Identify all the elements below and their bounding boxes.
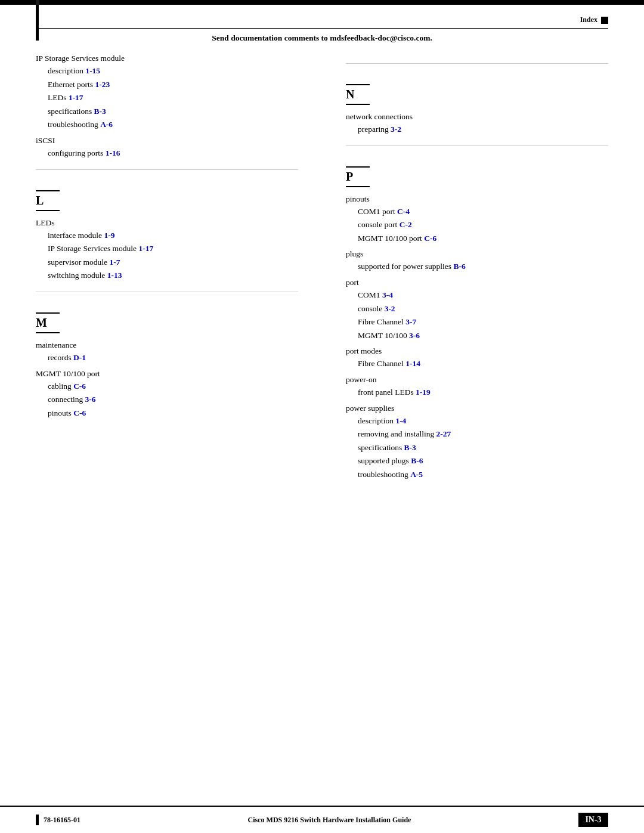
entry-sub-config-ports: configuring ports 1-16: [36, 147, 298, 160]
entry-sub-cabling: cabling C-6: [36, 380, 298, 393]
link-1-4[interactable]: 1-4: [395, 416, 406, 425]
link-b-3-ip[interactable]: B-3: [94, 107, 106, 116]
section-header-p: P: [346, 156, 608, 194]
link-1-17-ip[interactable]: 1-17: [69, 93, 83, 102]
top-bar-accent: [36, 0, 39, 5]
divider-n: [346, 63, 608, 64]
entry-main-power-on: power-on: [346, 375, 608, 385]
link-1-14[interactable]: 1-14: [405, 359, 420, 368]
entry-group-power-supplies: power supplies description 1-4 removing …: [346, 404, 608, 481]
entry-sub-troubleshoot-ip: troubleshooting A-6: [36, 118, 298, 131]
entry-sub-pinouts-mgmt: pinouts C-6: [36, 407, 298, 420]
entry-sub-mgmt-port-pinout: MGMT 10/100 port C-6: [346, 232, 608, 245]
entry-main-network: network connections: [346, 112, 608, 122]
entry-main-ip-storage: IP Storage Services module: [36, 54, 298, 63]
entry-main-pinouts: pinouts: [346, 194, 608, 204]
entry-sub-supported-plugs: supported for power supplies B-6: [346, 260, 608, 273]
divider-m: [36, 292, 298, 292]
entry-sub-com1-port2: COM1 3-4: [346, 289, 608, 302]
entry-sub-console-port2: console 3-2: [346, 302, 608, 315]
link-d-1[interactable]: D-1: [73, 353, 86, 362]
link-3-4[interactable]: 3-4: [382, 290, 393, 299]
entry-group-maintenance: maintenance records D-1: [36, 340, 298, 364]
entry-main-plugs: plugs: [346, 249, 608, 259]
entry-main-port-modes: port modes: [346, 346, 608, 356]
entry-sub-connecting: connecting 3-6: [36, 393, 298, 406]
content-area: IP Storage Services module description 1…: [0, 54, 644, 486]
entry-sub-leds-ip: LEDs 1-17: [36, 91, 298, 104]
entry-main-maintenance: maintenance: [36, 340, 298, 350]
entry-group-iscsi: iSCSI configuring ports 1-16: [36, 136, 298, 160]
page-container: Index Send documentation comments to mds…: [0, 0, 644, 833]
entry-group-port: port COM1 3-4 console 3-2 Fibre Channel …: [346, 278, 608, 342]
section-letter-l: L: [36, 190, 60, 211]
section-header-n: N: [346, 73, 608, 112]
entry-group-leds: LEDs interface module 1-9 IP Storage Ser…: [36, 218, 298, 282]
footer-center-text: Cisco MDS 9216 Switch Hardware Installat…: [248, 816, 411, 824]
entry-main-leds: LEDs: [36, 218, 298, 228]
link-1-23[interactable]: 1-23: [95, 80, 110, 89]
link-3-7[interactable]: 3-7: [405, 317, 416, 326]
entry-sub-switching: switching module 1-13: [36, 269, 298, 282]
section-letter-n: N: [346, 84, 370, 105]
link-3-6-connecting[interactable]: 3-6: [85, 395, 96, 404]
entry-sub-com1-port: COM1 port C-4: [346, 205, 608, 218]
entry-main-power-supplies: power supplies: [346, 404, 608, 413]
link-2-27[interactable]: 2-27: [436, 429, 451, 438]
link-1-13[interactable]: 1-13: [107, 271, 122, 280]
link-c-4[interactable]: C-4: [397, 207, 410, 216]
link-b-6-ps[interactable]: B-6: [411, 456, 423, 465]
link-c-2-console[interactable]: C-2: [400, 220, 412, 229]
link-3-2-preparing[interactable]: 3-2: [391, 125, 401, 134]
link-1-16[interactable]: 1-16: [106, 148, 120, 157]
link-c-6-mgmt[interactable]: C-6: [424, 234, 436, 243]
footer-right: IN-3: [578, 813, 608, 827]
divider-p: [346, 145, 608, 146]
right-column: N network connections preparing 3-2 P pi…: [334, 54, 608, 486]
index-square: [601, 17, 608, 24]
section-header-m: M: [36, 302, 298, 340]
link-b-6-plugs[interactable]: B-6: [453, 262, 465, 271]
link-1-9[interactable]: 1-9: [104, 231, 114, 240]
entry-main-port: port: [346, 278, 608, 287]
entry-group-port-modes: port modes Fibre Channel 1-14: [346, 346, 608, 370]
entry-sub-records: records D-1: [36, 351, 298, 364]
entry-group-ip-storage: IP Storage Services module description 1…: [36, 54, 298, 131]
entry-group-plugs: plugs supported for power supplies B-6: [346, 249, 608, 273]
entry-sub-mgmt-port2: MGMT 10/100 3-6: [346, 329, 608, 342]
section-header-l: L: [36, 179, 298, 218]
link-c-6-cabling[interactable]: C-6: [73, 382, 86, 391]
entry-group-power-on: power-on front panel LEDs 1-19: [346, 375, 608, 399]
link-a-5[interactable]: A-5: [410, 470, 423, 479]
entry-sub-removing-installing: removing and installing 2-27: [346, 428, 608, 441]
entry-sub-description-ps: description 1-4: [346, 414, 608, 428]
link-1-19[interactable]: 1-19: [416, 388, 431, 397]
entry-sub-ethernet: Ethernet ports 1-23: [36, 78, 298, 91]
link-c-6-pinouts[interactable]: C-6: [73, 408, 86, 417]
entry-sub-specs-ps: specifications B-3: [346, 441, 608, 454]
link-3-2-console[interactable]: 3-2: [385, 304, 395, 313]
link-1-15[interactable]: 1-15: [85, 66, 100, 75]
left-column: IP Storage Services module description 1…: [36, 54, 310, 486]
entry-sub-ip-storage-module: IP Storage Services module 1-17: [36, 242, 298, 255]
entry-sub-preparing: preparing 3-2: [346, 123, 608, 136]
entry-main-iscsi: iSCSI: [36, 136, 298, 145]
entry-group-network: network connections preparing 3-2: [346, 112, 608, 136]
link-1-17-leds[interactable]: 1-17: [138, 244, 153, 253]
footer-left: 78-16165-01: [36, 815, 80, 825]
link-3-6-mgmt[interactable]: 3-6: [409, 331, 420, 340]
index-text: Index: [580, 16, 597, 24]
entry-sub-interface: interface module 1-9: [36, 229, 298, 242]
page-number: IN-3: [585, 815, 601, 824]
header-area: Index Send documentation comments to mds…: [0, 5, 644, 43]
link-b-3-ps[interactable]: B-3: [404, 443, 416, 452]
entry-sub-fibre-channel-port: Fibre Channel 3-7: [346, 315, 608, 329]
link-a-6[interactable]: A-6: [100, 120, 113, 129]
link-1-7[interactable]: 1-7: [110, 258, 120, 267]
entry-sub-fibre-channel-modes: Fibre Channel 1-14: [346, 357, 608, 370]
top-bar: [0, 0, 644, 5]
footer-area: 78-16165-01 Cisco MDS 9216 Switch Hardwa…: [0, 806, 644, 833]
section-letter-p: P: [346, 166, 370, 187]
footer-center: Cisco MDS 9216 Switch Hardware Installat…: [80, 816, 578, 825]
entry-sub-description: description 1-15: [36, 64, 298, 78]
